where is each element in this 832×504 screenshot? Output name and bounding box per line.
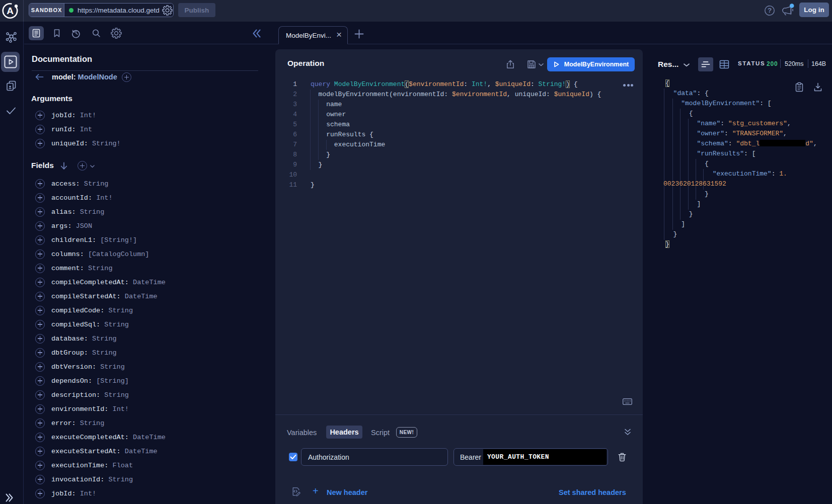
svg-text:A: A: [7, 6, 14, 16]
svg-text:?: ?: [768, 7, 772, 14]
